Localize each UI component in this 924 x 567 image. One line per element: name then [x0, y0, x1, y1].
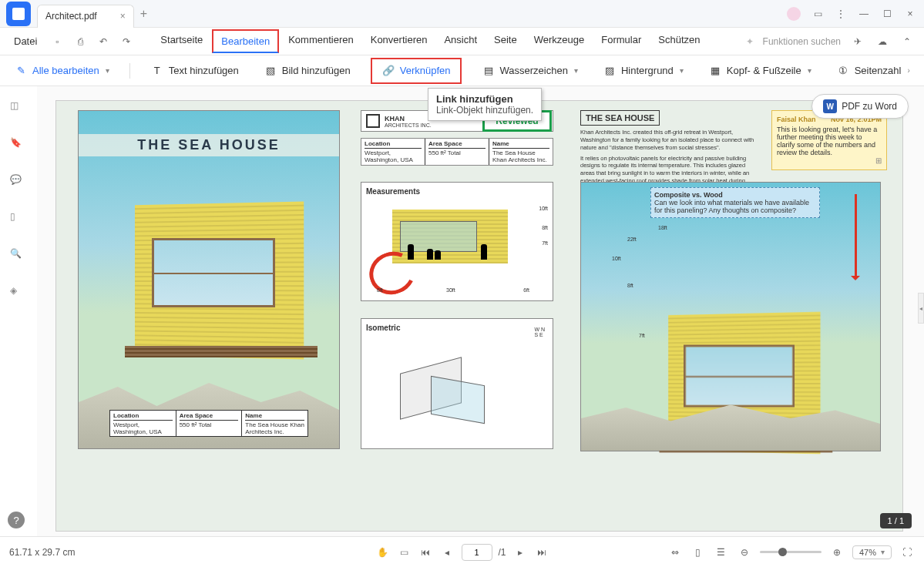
tab-formular[interactable]: Formular — [593, 29, 649, 53]
close-window-button[interactable]: × — [904, 8, 916, 20]
save-icon[interactable]: ▫ — [49, 34, 65, 49]
watermark-button[interactable]: ▤ Wasserzeichen ▾ — [477, 61, 583, 81]
document-canvas[interactable]: W PDF zu Word THE SEA HOUSE LocationWest… — [37, 86, 924, 536]
search-functions[interactable]: Funktionen suchen — [763, 36, 841, 47]
user-avatar-icon[interactable] — [787, 7, 801, 21]
tooltip-title: Link hinzufügen — [436, 93, 533, 105]
last-page-icon[interactable]: ⏭ — [534, 545, 549, 560]
page-input[interactable] — [461, 544, 492, 561]
tab-startseite[interactable]: Startseite — [153, 29, 210, 53]
left-sidebar: ◫ 🔖 💬 ▯ 🔍 ◈ — [0, 86, 37, 549]
fullscreen-icon[interactable]: ⛶ — [899, 545, 915, 560]
help-button[interactable]: ? — [8, 512, 25, 528]
close-tab-icon[interactable]: × — [120, 11, 126, 22]
doc-text-block: THE SEA HOUSE Khan Architects Inc. creat… — [580, 110, 758, 192]
zoom-slider[interactable] — [760, 551, 822, 553]
tab-ansicht[interactable]: Ansicht — [436, 29, 485, 53]
edit-all-button[interactable]: ✎ Alle bearbeiten ▾ — [9, 61, 114, 81]
file-menu[interactable]: Datei — [9, 32, 42, 50]
redo-icon[interactable]: ↷ — [119, 34, 134, 49]
prev-page-icon[interactable]: ◂ — [439, 545, 455, 560]
expand-right-handle[interactable]: ◂ — [918, 293, 924, 324]
tab-bearbeiten[interactable]: Bearbeiten — [212, 29, 279, 53]
tab-kommentieren[interactable]: Kommentieren — [281, 29, 361, 53]
image-icon: ▧ — [264, 64, 277, 78]
search-icon[interactable]: 🔍 — [10, 248, 27, 265]
watermark-icon: ▤ — [482, 64, 496, 78]
cover-panel: THE SEA HOUSE LocationWestport, Washingt… — [78, 110, 340, 449]
add-text-button[interactable]: T Text hinzufügen — [146, 61, 244, 81]
send-icon[interactable]: ✈ — [850, 34, 865, 49]
info-table-2: LocationWestport, Washington, USA Area S… — [361, 138, 553, 166]
comment-annotation[interactable]: Composite vs. Wood Can we look into what… — [650, 187, 820, 218]
page-total: /1 — [498, 547, 506, 558]
chevron-up-icon[interactable]: ⌃ — [899, 34, 915, 49]
sticky-author: Faisal Khan — [777, 116, 816, 123]
pdf-to-word-button[interactable]: W PDF zu Word — [811, 94, 909, 119]
maximize-button[interactable]: ☐ — [881, 8, 893, 20]
background-button[interactable]: ▨ Hintergrund ▾ — [598, 61, 688, 81]
notification-icon[interactable]: ▭ — [811, 8, 824, 20]
fit-width-icon[interactable]: ⇔ — [667, 545, 683, 560]
chevron-down-icon: ▾ — [106, 66, 109, 75]
info-table: LocationWestport, Washington, USA Area S… — [109, 410, 308, 437]
add-tab-button[interactable]: + — [140, 7, 147, 21]
header-footer-button[interactable]: ▦ Kopf- & Fußzeile ▾ — [704, 61, 816, 81]
header-footer-icon: ▦ — [708, 64, 722, 78]
statusbar: 61.71 x 29.7 cm ✋ ▭ ⏮ ◂ /1 ▸ ⏭ ⇔ ▯ ☰ ⊖ ⊕… — [0, 536, 924, 567]
reading-mode-icon[interactable]: ☰ — [714, 545, 729, 560]
undo-icon[interactable]: ↶ — [96, 34, 111, 49]
comments-icon[interactable]: 💬 — [10, 174, 27, 191]
logo-icon — [366, 114, 380, 128]
chevron-down-icon: ▾ — [680, 66, 684, 75]
house-illustration — [117, 173, 310, 388]
bookmarks-icon[interactable]: 🔖 — [10, 137, 27, 154]
red-arrow-annotation — [855, 194, 857, 279]
zoom-out-icon[interactable]: ⊖ — [737, 545, 752, 560]
chevron-down-icon: ▾ — [808, 66, 811, 75]
review-panel: Composite vs. Wood Can we look into what… — [580, 182, 881, 451]
view-mode-icon[interactable]: ▯ — [690, 545, 706, 560]
isometric-panel: Isometric W N S E — [361, 318, 553, 449]
print-icon[interactable]: ⎙ — [72, 34, 88, 49]
thumbnails-icon[interactable]: ◫ — [10, 100, 27, 117]
menubar: Datei ▫ ⎙ ↶ ↷ Startseite Bearbeiten Komm… — [0, 28, 924, 55]
document-tab[interactable]: Architect.pdf × — [37, 5, 134, 28]
background-icon: ▨ — [603, 64, 617, 78]
sticky-expand-icon[interactable]: ⊞ — [777, 156, 882, 165]
sticky-text: This is looking great, let's have a furt… — [777, 126, 882, 156]
tab-konvertieren[interactable]: Konvertieren — [363, 29, 435, 53]
first-page-icon[interactable]: ⏮ — [418, 545, 433, 560]
tab-schuetzen[interactable]: Schützen — [650, 29, 707, 53]
app-logo-icon[interactable] — [6, 2, 31, 26]
zoom-level[interactable]: 47% ▾ — [852, 545, 892, 559]
layers-icon[interactable]: ◈ — [10, 285, 27, 302]
measurements-panel: Measurements 10ft 8ft 7ft 8ft 30ft 6ft — [361, 182, 553, 301]
hand-tool-icon[interactable]: ✋ — [375, 545, 390, 560]
doc-title: THE SEA HOUSE — [79, 134, 339, 156]
next-page-icon[interactable]: ▸ — [512, 545, 528, 560]
tooltip-desc: Link-Objekt hinzufügen. — [436, 105, 533, 116]
attachments-icon[interactable]: ▯ — [10, 211, 27, 228]
link-button[interactable]: 🔗 Verknüpfen — [377, 61, 455, 81]
more-icon[interactable]: ⋮ — [835, 8, 847, 20]
chevron-down-icon: › — [907, 66, 909, 75]
text-icon: T — [150, 64, 164, 78]
select-tool-icon[interactable]: ▭ — [396, 545, 412, 560]
tab-seite[interactable]: Seite — [486, 29, 525, 53]
add-image-button[interactable]: ▧ Bild hinzufügen — [259, 61, 355, 81]
page-number-icon: ① — [836, 64, 850, 78]
menu-tabs: Startseite Bearbeiten Kommentieren Konve… — [153, 29, 707, 53]
link-tooltip: Link hinzufügen Link-Objekt hinzufügen. — [428, 88, 542, 121]
sparkle-icon: ✦ — [746, 36, 754, 47]
page-counter: 1 / 1 — [880, 513, 912, 528]
minimize-button[interactable]: — — [858, 8, 870, 20]
sticky-note[interactable]: Faisal Khan Nov 16, 2:01PM This is looki… — [771, 110, 887, 170]
tab-werkzeuge[interactable]: Werkzeuge — [526, 29, 593, 53]
zoom-in-icon[interactable]: ⊕ — [829, 545, 845, 560]
edit-toolbar: ✎ Alle bearbeiten ▾ T Text hinzufügen ▧ … — [0, 55, 924, 86]
pdf-page[interactable]: THE SEA HOUSE LocationWestport, Washingt… — [55, 100, 903, 532]
page-number-button[interactable]: ① Seitenzahl › — [832, 61, 915, 81]
cloud-icon[interactable]: ☁ — [875, 34, 890, 49]
chevron-down-icon: ▾ — [574, 66, 578, 75]
